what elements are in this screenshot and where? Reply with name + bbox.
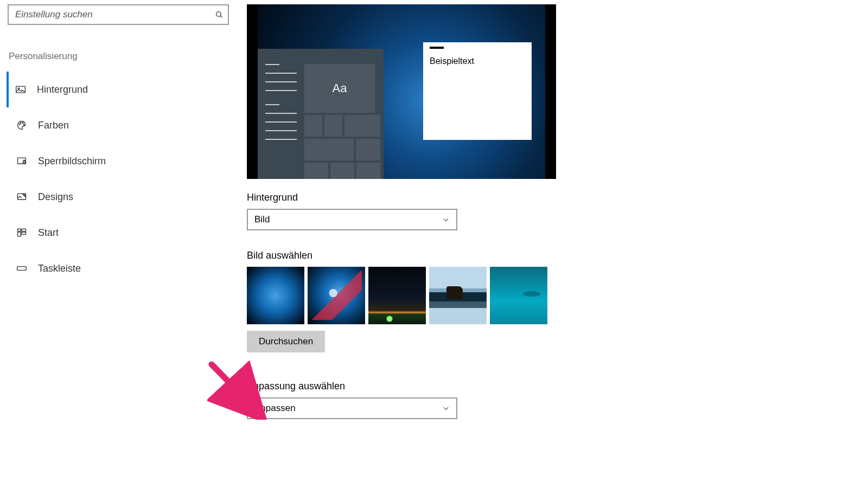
preview-sample-text: Beispieltext xyxy=(430,56,525,66)
wallpaper-thumb-5[interactable] xyxy=(490,267,547,324)
svg-point-5 xyxy=(21,123,22,124)
desktop-preview: Aa Beispieltext xyxy=(247,4,556,179)
search-icon xyxy=(215,10,224,19)
category-header: Personalisierung xyxy=(9,51,247,62)
image-thumbnails xyxy=(247,267,556,324)
main-pane: Aa Beispieltext Hintergrund Bild Bild au… xyxy=(247,0,556,423)
background-type-combo[interactable]: Bild xyxy=(247,209,457,230)
svg-line-1 xyxy=(220,16,222,17)
nav-item-lockscreen[interactable]: Sperrbildschirm xyxy=(8,143,247,179)
nav-item-colors[interactable]: Farben xyxy=(8,107,247,143)
wallpaper-thumb-2[interactable] xyxy=(308,267,365,324)
background-label: Hintergrund xyxy=(247,192,556,203)
browse-button[interactable]: Durchsuchen xyxy=(247,331,325,352)
lockscreen-icon xyxy=(14,156,29,166)
nav-item-label: Taskleiste xyxy=(38,263,81,274)
wallpaper-thumb-1[interactable] xyxy=(247,267,304,324)
fit-label: Anpassung auswählen xyxy=(247,381,556,392)
settings-sidebar: Personalisierung Hintergrund Farben Sper… xyxy=(0,0,247,423)
svg-point-0 xyxy=(216,12,221,17)
nav-item-label: Designs xyxy=(38,191,73,203)
preview-sample-window: Beispieltext xyxy=(423,42,532,140)
svg-rect-12 xyxy=(22,229,26,231)
nav-item-taskbar[interactable]: Taskleiste xyxy=(8,251,247,286)
svg-rect-15 xyxy=(17,267,27,271)
svg-point-4 xyxy=(19,124,20,125)
chevron-down-icon xyxy=(442,216,450,223)
nav-item-label: Start xyxy=(38,227,59,239)
combo-value: Anpassen xyxy=(254,403,296,414)
chevron-down-icon xyxy=(442,404,450,412)
themes-icon xyxy=(14,191,29,202)
wallpaper-thumb-3[interactable] xyxy=(368,267,426,324)
svg-point-6 xyxy=(22,123,23,124)
nav-item-background[interactable]: Hintergrund xyxy=(7,72,247,107)
fit-combo[interactable]: Anpassen xyxy=(247,397,457,419)
choose-image-label: Bild auswählen xyxy=(247,250,556,261)
nav-item-label: Farben xyxy=(38,120,69,131)
search-box[interactable] xyxy=(8,4,229,25)
search-input[interactable] xyxy=(15,9,215,20)
wallpaper-thumb-4[interactable] xyxy=(429,267,487,324)
svg-point-7 xyxy=(23,124,24,125)
nav-item-start[interactable]: Start xyxy=(8,215,247,251)
svg-rect-11 xyxy=(18,229,21,231)
preview-start-menu: Aa xyxy=(258,49,384,179)
palette-icon xyxy=(14,120,29,131)
nav-list: Hintergrund Farben Sperrbildschirm Desig… xyxy=(8,72,247,286)
start-icon xyxy=(14,227,29,238)
image-icon xyxy=(13,84,28,95)
preview-tile-letters: Aa xyxy=(304,64,375,113)
svg-rect-9 xyxy=(23,161,25,163)
svg-rect-13 xyxy=(18,232,21,236)
nav-item-label: Sperrbildschirm xyxy=(38,156,106,167)
combo-value: Bild xyxy=(254,214,270,225)
nav-item-themes[interactable]: Designs xyxy=(8,179,247,215)
nav-item-label: Hintergrund xyxy=(37,84,88,95)
svg-rect-14 xyxy=(22,232,26,234)
taskbar-icon xyxy=(14,263,29,274)
